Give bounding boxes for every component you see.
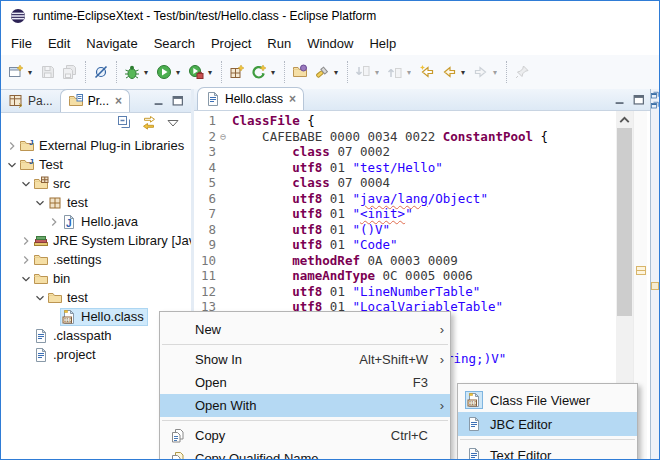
collapse-all-icon[interactable] — [117, 115, 133, 131]
menu-item-open[interactable]: OpenF3 — [160, 371, 450, 394]
external-tools-button[interactable]: ▾ — [248, 60, 280, 84]
save-all-icon — [62, 64, 78, 80]
previous-annotation-button[interactable]: ▾ — [384, 60, 416, 84]
code-line: 11 nameAndType 0C 0005 0006 — [194, 268, 616, 284]
link-with-editor-icon[interactable] — [141, 115, 157, 131]
minimized-view-icon[interactable] — [651, 101, 659, 109]
save-all-button[interactable] — [59, 60, 81, 84]
dropdown-arrow-icon[interactable]: ▾ — [26, 68, 34, 77]
menu-item-jbc-editor[interactable]: JBC Editor — [458, 412, 637, 436]
tree-item-test[interactable]: test — [1, 288, 191, 307]
menu-bar: FileEditNavigateSearchProjectRunWindowHe… — [1, 31, 659, 55]
maximize-icon[interactable] — [631, 93, 647, 107]
menu-item-copy-qualified-name[interactable]: Copy Qualified Name — [160, 447, 450, 460]
menu-help[interactable]: Help — [361, 33, 404, 54]
menu-run[interactable]: Run — [259, 33, 299, 54]
view-tab-pr[interactable]: Pr...× — [60, 89, 130, 112]
dropdown-arrow-icon[interactable]: ▾ — [269, 68, 277, 77]
chevron-right-icon[interactable] — [19, 234, 33, 248]
dropdown-arrow-icon[interactable]: ▾ — [142, 68, 150, 77]
scroll-up-icon[interactable] — [616, 111, 633, 128]
minimize-icon[interactable] — [612, 93, 628, 107]
toolbar-separator — [284, 61, 285, 83]
menu-item-class-file-viewer[interactable]: 010Class File Viewer — [458, 388, 637, 412]
last-edit-location-button[interactable] — [416, 60, 438, 84]
dropdown-arrow-icon[interactable]: ▾ — [332, 68, 340, 77]
search-button[interactable]: ▾ — [311, 60, 343, 84]
close-icon[interactable]: × — [115, 94, 122, 108]
toolbar-separator — [347, 61, 348, 83]
menu-item-copy[interactable]: CopyCtrl+C — [160, 424, 450, 447]
tree-spacer — [19, 329, 33, 343]
chevron-down-icon[interactable] — [19, 272, 33, 286]
chevron-down-icon[interactable] — [33, 196, 47, 210]
chevron-down-icon[interactable] — [19, 177, 33, 191]
code-line: 6 utf8 01 "java/lang/Object" — [194, 191, 616, 207]
tree-item-jresystemlibraryjava[interactable]: JRE System Library [Java — [1, 231, 191, 250]
tree-item-hellojava[interactable]: JHello.java — [1, 212, 191, 231]
chevron-right-icon[interactable] — [47, 215, 61, 229]
new-wizard-icon — [8, 64, 24, 80]
minimized-view-icon[interactable] — [651, 91, 659, 99]
forward-button[interactable]: ▾ — [470, 60, 502, 84]
menu-edit[interactable]: Edit — [40, 33, 78, 54]
tree-item-label: test — [67, 195, 88, 210]
code-line: 10 methodRef 0A 0003 0009 — [194, 253, 616, 269]
run-button[interactable]: ▾ — [153, 60, 185, 84]
minimized-view-icon[interactable] — [651, 282, 659, 290]
view-menu-icon[interactable] — [165, 115, 181, 131]
pin-editor-button[interactable] — [511, 60, 533, 84]
fold-column — [216, 191, 230, 207]
menu-file[interactable]: File — [3, 33, 40, 54]
overview-annotation[interactable] — [636, 266, 646, 275]
menu-item-text-editor[interactable]: Text Editor — [458, 443, 637, 460]
line-number: 8 — [194, 222, 216, 238]
run-coverage-button[interactable]: ▾ — [185, 60, 217, 84]
view-tab-pa[interactable]: Pa... — [1, 89, 60, 112]
next-annotation-button[interactable]: ▾ — [352, 60, 384, 84]
back-button[interactable]: ▾ — [438, 60, 470, 84]
open-plugin-artifact-button[interactable] — [289, 60, 311, 84]
tree-item-externalpluginlibraries[interactable]: JExternal Plug-in Libraries — [1, 136, 191, 155]
tree-item-test[interactable]: JTest — [1, 155, 191, 174]
chevron-right-icon[interactable] — [19, 253, 33, 267]
dropdown-arrow-icon[interactable]: ▾ — [491, 68, 499, 77]
save-button[interactable] — [37, 60, 59, 84]
dropdown-arrow-icon[interactable]: ▾ — [405, 68, 413, 77]
tree-item-test[interactable]: test — [1, 193, 191, 212]
menu-navigate[interactable]: Navigate — [78, 33, 145, 54]
minimize-icon[interactable] — [151, 94, 167, 108]
menu-shortcut: Alt+Shift+W — [359, 352, 428, 367]
menu-item-show-in[interactable]: Show InAlt+Shift+W› — [160, 348, 450, 371]
tree-spacer — [19, 348, 33, 362]
dropdown-arrow-icon[interactable]: ▾ — [459, 68, 467, 77]
chevron-down-icon[interactable] — [5, 158, 19, 172]
debug-button[interactable]: ▾ — [121, 60, 153, 84]
tree-item-label: src — [53, 176, 70, 191]
scrollbar-thumb[interactable] — [617, 128, 632, 316]
editor-tab-helloclass[interactable]: Hello.class× — [197, 87, 304, 110]
skip-breakpoints-button[interactable] — [90, 60, 112, 84]
dropdown-arrow-icon[interactable]: ▾ — [206, 68, 214, 77]
menu-item-new[interactable]: New› — [160, 318, 450, 341]
new-wizard-button[interactable]: ▾ — [5, 60, 37, 84]
close-icon[interactable]: × — [289, 92, 296, 106]
maximize-icon[interactable] — [170, 94, 186, 108]
menu-search[interactable]: Search — [146, 33, 203, 54]
menu-window[interactable]: Window — [299, 33, 361, 54]
dropdown-arrow-icon[interactable]: ▾ — [373, 68, 381, 77]
tree-item-label: .settings — [53, 252, 101, 267]
fold-collapse-icon[interactable]: ⊖ — [216, 129, 230, 145]
external-tools-icon — [251, 64, 267, 80]
toolbar-separator — [85, 61, 86, 83]
tree-item-settings[interactable]: .settings — [1, 250, 191, 269]
tree-item-bin[interactable]: bin — [1, 269, 191, 288]
new-plugin-project-button[interactable] — [226, 60, 248, 84]
dropdown-arrow-icon[interactable]: ▾ — [174, 68, 182, 77]
menu-project[interactable]: Project — [203, 33, 259, 54]
chevron-down-icon[interactable] — [33, 291, 47, 305]
tree-item-src[interactable]: src — [1, 174, 191, 193]
chevron-right-icon[interactable] — [5, 139, 19, 153]
java-project-icon: J — [19, 138, 35, 154]
menu-item-open-with[interactable]: Open With› — [160, 394, 450, 417]
